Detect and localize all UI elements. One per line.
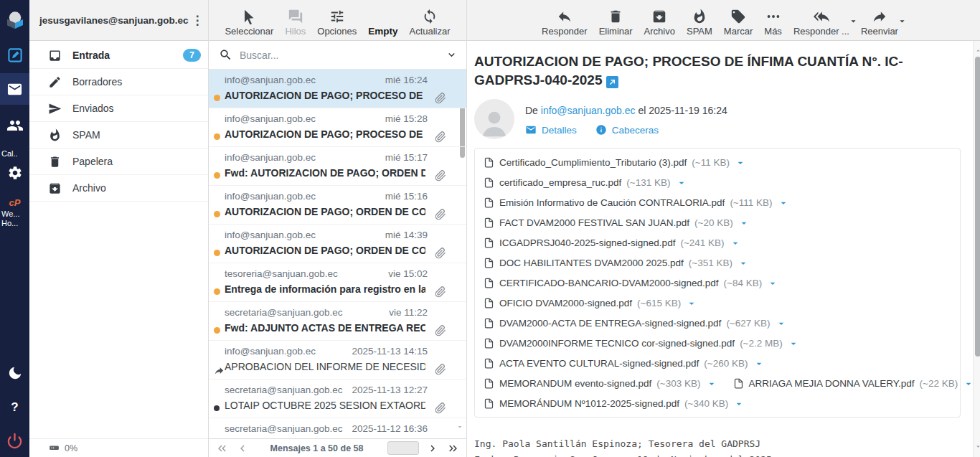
view-toolbar-responder-button[interactable]: Responder	[542, 5, 588, 37]
folder-item-enviados[interactable]: Enviados	[29, 95, 208, 122]
list-toolbar-seleccionar-button[interactable]: Seleccionar	[225, 5, 273, 37]
attachment-item[interactable]: MEMORÁNDUM Nº1012-2025-signed.pdf (~340 …	[484, 397, 745, 410]
attachment-item[interactable]: CERTIFICADO-BANCARIO-DVAM2000-signed.pdf…	[484, 276, 778, 289]
message-subject: AUTORIZACION DE PAGO; ORDEN DE COM...	[225, 245, 425, 256]
app-logo-icon[interactable]	[0, 4, 29, 36]
kebab-menu-icon[interactable]: ⋮	[189, 13, 207, 28]
attachment-item[interactable]: Emisión Informativo de Caución CONTRALOR…	[484, 196, 789, 209]
view-scrollbar[interactable]	[973, 41, 980, 457]
attachment-item[interactable]: ACTA EVENTO CULTURAL-signed-signed.pdf (…	[484, 357, 765, 369]
attachment-item[interactable]: MEMORANDUM evento-signed.pdf (~303 KB)	[484, 377, 717, 390]
read-dot-icon[interactable]	[214, 405, 221, 412]
list-toolbar-actualizar-button[interactable]: Actualizar	[409, 5, 450, 37]
headers-button[interactable]: Cabeceras	[595, 124, 659, 136]
message-list-item[interactable]: secretaria@sanjuan.gob.ec 2025-11-12 16:…	[209, 418, 466, 438]
unread-dot-icon[interactable]	[214, 327, 221, 334]
mail-nav-icon[interactable]	[0, 73, 29, 105]
attachment-menu-caret-icon[interactable]	[776, 316, 787, 329]
unread-count-badge: 7	[183, 49, 201, 62]
view-toolbar-responder-button[interactable]: Responder ...	[793, 5, 849, 37]
attachment-item[interactable]: ARRIAGA MEJIA DONNA VALERY.pdf (~22 KB)	[733, 377, 975, 390]
first-page-button[interactable]	[216, 442, 229, 455]
attachment-menu-caret-icon[interactable]	[753, 357, 765, 369]
attachment-item[interactable]: DVAM2000INFORME TECNICO cor-signed-signe…	[484, 336, 799, 349]
unread-dot-icon[interactable]	[214, 133, 221, 141]
attachment-item[interactable]: OFICIO DVAM2000-signed.pdf (~615 KB)	[484, 296, 697, 309]
view-toolbar-marcar-button[interactable]: Marcar	[724, 5, 753, 37]
unread-dot-icon[interactable]	[214, 172, 221, 179]
message-list-item[interactable]: info@sanjuan.gob.ec mié 15:28 AUTORIZACI…	[209, 108, 466, 147]
folder-item-papelera[interactable]: Papelera	[29, 149, 208, 175]
logout-power-icon[interactable]	[0, 428, 29, 453]
attachment-menu-caret-icon[interactable]	[733, 397, 745, 410]
view-toolbar-archivo-button[interactable]: Archivo	[644, 5, 675, 37]
next-page-button[interactable]	[426, 442, 439, 455]
message-list-item[interactable]: info@sanjuan.gob.ec 2025-11-13 14:15 APR…	[209, 341, 466, 380]
webmail-home-label[interactable]: We... Ho...	[0, 209, 29, 230]
compose-icon[interactable]	[0, 43, 29, 67]
attachment-menu-caret-icon[interactable]	[686, 296, 697, 309]
calendar-nav-label[interactable]: Cal..	[0, 149, 29, 159]
page-input[interactable]	[387, 441, 419, 455]
attachment-item[interactable]: certificado_empresa_ruc.pdf (~131 KB)	[484, 176, 687, 189]
view-toolbar-eliminar-button[interactable]: Eliminar	[599, 5, 633, 37]
list-toolbar-hilos-button[interactable]: Hilos	[285, 5, 306, 37]
attachment-menu-caret-icon[interactable]	[735, 156, 746, 169]
contacts-icon[interactable]	[0, 113, 29, 138]
open-in-new-window-icon[interactable]	[606, 76, 618, 88]
attachment-menu-caret-icon[interactable]	[730, 236, 741, 249]
search-options-chevron-icon[interactable]	[446, 49, 458, 61]
attachment-menu-caret-icon[interactable]	[706, 377, 717, 390]
search-input[interactable]	[240, 50, 438, 61]
unread-dot-icon[interactable]	[214, 95, 221, 102]
attachment-item[interactable]: DOC HABILITANTES DVAM2000 2025.pdf (~351…	[484, 256, 749, 269]
disk-icon	[48, 441, 60, 456]
attachment-row: DVAM2000INFORME TECNICO cor-signed-signe…	[484, 333, 951, 353]
attachment-menu-caret-icon[interactable]	[676, 176, 687, 189]
sender-email-link[interactable]: info@sanjuan.gob.ec	[541, 105, 636, 116]
unread-dot-icon[interactable]	[214, 250, 221, 257]
message-list-item[interactable]: tesoreria@sanjuan.gob.ec vie 15:02 Entre…	[209, 263, 466, 302]
scroll-up-icon[interactable]	[974, 44, 980, 57]
paperclip-icon	[435, 402, 446, 417]
cpanel-logo[interactable]: cP	[9, 197, 21, 208]
message-sender: info@sanjuan.gob.ec	[225, 191, 316, 202]
list-toolbar-empty-button[interactable]: Empty	[368, 5, 397, 37]
message-list-item[interactable]: secretaria@sanjuan.gob.ec vie 11:22 Fwd:…	[209, 302, 466, 341]
folder-item-spam[interactable]: SPAM	[29, 122, 208, 149]
prev-page-button[interactable]	[236, 442, 249, 455]
attachment-menu-caret-icon[interactable]	[778, 196, 789, 209]
attachment-item[interactable]: Certificado_Cumplimiento_Tributario (3).…	[484, 156, 746, 169]
dropdown-caret-icon[interactable]	[897, 16, 908, 29]
attachment-menu-caret-icon[interactable]	[738, 216, 750, 229]
last-page-button[interactable]	[446, 442, 459, 455]
message-list-item[interactable]: secretaria@sanjuan.gob.ec 2025-11-13 12:…	[209, 380, 466, 418]
folder-item-archivo[interactable]: Archivo	[29, 175, 208, 202]
view-scrollbar-thumb[interactable]	[975, 57, 980, 357]
folder-item-entrada[interactable]: Entrada 7	[29, 42, 208, 69]
settings-gear-icon[interactable]	[0, 161, 29, 185]
dark-mode-moon-icon[interactable]	[0, 361, 29, 385]
list-toolbar-opciones-button[interactable]: Opciones	[317, 5, 357, 37]
message-list-item[interactable]: info@sanjuan.gob.ec mié 15:16 AUTORIZACI…	[209, 186, 466, 225]
attachment-menu-caret-icon[interactable]	[738, 256, 749, 269]
message-list-item[interactable]: info@sanjuan.gob.ec mié 14:39 AUTORIZACI…	[209, 225, 466, 263]
attachment-item[interactable]: FACT DVAM2000 FESTIVAL SAN JUAN.pdf (~20…	[484, 216, 750, 229]
view-toolbar-mas-button[interactable]: Más	[764, 5, 782, 37]
message-list-item[interactable]: info@sanjuan.gob.ec mié 15:17 Fwd: AUTOR…	[209, 147, 466, 186]
details-button[interactable]: Detalles	[525, 124, 577, 136]
view-toolbar-spam-button[interactable]: SPAM	[687, 5, 712, 37]
scroll-down-icon[interactable]	[974, 440, 980, 453]
folder-item-borradores[interactable]: Borradores	[29, 69, 208, 95]
unread-dot-icon[interactable]	[214, 288, 221, 296]
attachment-menu-caret-icon[interactable]	[767, 276, 778, 289]
unread-dot-icon[interactable]	[214, 211, 221, 218]
search-bar[interactable]	[209, 41, 466, 70]
help-icon[interactable]: ?	[0, 395, 29, 420]
view-toolbar-reenviar-button[interactable]: Reenviar	[861, 5, 898, 37]
attachment-item[interactable]: DVAM2000-ACTA DE ENTREGA-signed-signed.p…	[484, 316, 787, 329]
attachment-item[interactable]: ICGADPRSJ040-2025-signed-signed.pdf (~24…	[484, 236, 741, 249]
attachment-menu-caret-icon[interactable]	[788, 336, 799, 349]
message-list-item[interactable]: info@sanjuan.gob.ec mié 16:24 AUTORIZACI…	[209, 70, 466, 108]
dropdown-caret-icon[interactable]	[848, 16, 859, 29]
